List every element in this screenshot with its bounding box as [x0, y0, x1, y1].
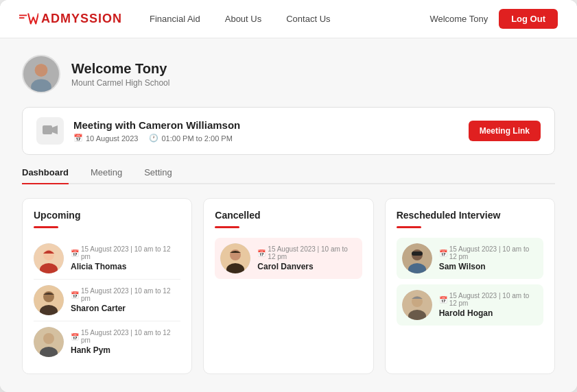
- upcoming-title: Upcoming: [34, 210, 180, 221]
- rescheduled-underline: [397, 226, 421, 228]
- logo: ADMYSSION: [19, 12, 122, 27]
- calendar-icon: 📅: [257, 249, 266, 257]
- list-item: 📅 15 August 2023 | 10 am to 12 pm Sam Wi…: [397, 238, 543, 279]
- calendar-icon: 📅: [73, 134, 83, 143]
- person-details: 📅 15 August 2023 | 10 am to 12 pm Sharon…: [71, 287, 180, 313]
- nav-contact-us[interactable]: Contact Us: [286, 14, 330, 24]
- person-details: 📅 15 August 2023 | 10 am to 12 pm Alicia…: [71, 245, 180, 271]
- calendar-icon: 📅: [439, 249, 447, 257]
- avatar: [34, 243, 64, 273]
- person-date: 📅 15 August 2023 | 10 am to 12 pm: [257, 245, 356, 260]
- upcoming-column: Upcoming 📅 15 August: [22, 198, 192, 374]
- cancelled-column: Cancelled: [203, 198, 373, 374]
- meeting-time: 🕐 01:00 PM to 2:00 PM: [149, 134, 232, 143]
- svg-rect-6: [43, 125, 52, 134]
- svg-rect-23: [412, 252, 423, 256]
- meeting-banner: Meeting with Cameron Williamson 📅 10 Aug…: [22, 107, 555, 155]
- user-info: Welcome Tony Mount Carmel High School: [71, 61, 169, 88]
- logout-button[interactable]: Log Out: [499, 9, 558, 29]
- navbar: ADMYSSION Financial Aid About Us Contact…: [0, 0, 577, 38]
- user-welcome: Welcome Tony Mount Carmel High School: [22, 55, 555, 93]
- avatar: [402, 290, 432, 320]
- avatar: [34, 327, 64, 357]
- nav-about-us[interactable]: About Us: [225, 14, 261, 24]
- svg-rect-1: [19, 17, 24, 19]
- tab-dashboard[interactable]: Dashboard: [22, 167, 69, 184]
- main-body: Welcome Tony Mount Carmel High School Me…: [0, 38, 577, 392]
- meeting-title: Meeting with Cameron Williamson: [73, 119, 459, 131]
- clock-icon: 🕐: [149, 134, 158, 143]
- calendar-icon: 📅: [71, 249, 79, 257]
- svg-rect-0: [19, 14, 27, 16]
- brand-name: ADMYSSION: [41, 12, 122, 26]
- calendar-icon: 📅: [71, 333, 79, 341]
- cancelled-title: Cancelled: [215, 210, 362, 221]
- nav-financial-aid[interactable]: Financial Aid: [150, 14, 200, 24]
- logo-icon: [19, 12, 38, 27]
- rescheduled-title: Rescheduled Interview: [397, 210, 543, 221]
- meeting-info: Meeting with Cameron Williamson 📅 10 Aug…: [73, 119, 459, 143]
- list-item: 📅 15 August 2023 | 10 am to 12 pm Harold…: [397, 284, 543, 326]
- person-name: Alicia Thomas: [71, 262, 180, 271]
- person-date: 📅 15 August 2023 | 10 am to 12 pm: [439, 245, 538, 260]
- user-school: Mount Carmel High School: [71, 78, 169, 88]
- avatar: [34, 285, 64, 315]
- nav-links: Financial Aid About Us Contact Us: [150, 14, 429, 24]
- tabs-row: Dashboard Meeting Setting: [22, 167, 555, 184]
- person-date: 📅 15 August 2023 | 10 am to 12 pm: [71, 287, 180, 302]
- person-name: Sam Wilson: [439, 262, 538, 271]
- person-details: 📅 15 August 2023 | 10 am to 12 pm Harold…: [439, 292, 538, 318]
- svg-point-5: [35, 64, 48, 77]
- list-item: 📅 15 August 2023 | 10 am to 12 pm Sharon…: [34, 280, 180, 321]
- meeting-meta: 📅 10 August 2023 🕐 01:00 PM to 2:00 PM: [73, 134, 459, 143]
- tab-setting[interactable]: Setting: [144, 167, 172, 184]
- list-item: 📅 15 August 2023 | 10 am to 12 pm Alicia…: [34, 238, 180, 280]
- person-details: 📅 15 August 2023 | 10 am to 12 pm Sam Wi…: [439, 245, 538, 271]
- calendar-icon: 📅: [71, 291, 79, 299]
- list-item: 📅 15 August 2023 | 10 am to 12 pm Hank P…: [34, 321, 180, 363]
- user-name: Welcome Tony: [71, 61, 169, 77]
- person-details: 📅 15 August 2023 | 10 am to 12 pm Hank P…: [71, 329, 180, 355]
- person-date: 📅 15 August 2023 | 10 am to 12 pm: [71, 245, 180, 260]
- cancelled-underline: [215, 226, 239, 228]
- person-name: Sharon Carter: [71, 304, 180, 313]
- svg-point-15: [43, 333, 54, 344]
- meeting-date: 📅 10 August 2023: [73, 134, 138, 143]
- upcoming-underline: [34, 226, 58, 228]
- person-name: Hank Pym: [71, 345, 180, 355]
- nav-welcome: Welcome Tony: [429, 14, 488, 24]
- person-name: Harold Hogan: [439, 308, 538, 318]
- meeting-video-icon: [36, 117, 64, 145]
- avatar: [220, 243, 250, 273]
- svg-marker-7: [52, 125, 58, 134]
- person-name: Carol Danvers: [257, 262, 356, 271]
- avatar: [22, 55, 60, 93]
- avatar-image: [23, 55, 59, 93]
- nav-right: Welcome Tony Log Out: [429, 9, 558, 29]
- columns: Upcoming 📅 15 August: [22, 198, 555, 374]
- person-date: 📅 15 August 2023 | 10 am to 12 pm: [71, 329, 180, 344]
- meeting-link-button[interactable]: Meeting Link: [469, 121, 541, 141]
- tab-meeting[interactable]: Meeting: [91, 167, 122, 184]
- avatar: [402, 243, 432, 273]
- rescheduled-column: Rescheduled Interview: [385, 198, 555, 374]
- list-item: 📅 15 August 2023 | 10 am to 12 pm Carol …: [215, 238, 362, 279]
- person-details: 📅 15 August 2023 | 10 am to 12 pm Carol …: [257, 245, 356, 271]
- calendar-icon: 📅: [439, 296, 447, 304]
- person-date: 📅 15 August 2023 | 10 am to 12 pm: [439, 292, 538, 307]
